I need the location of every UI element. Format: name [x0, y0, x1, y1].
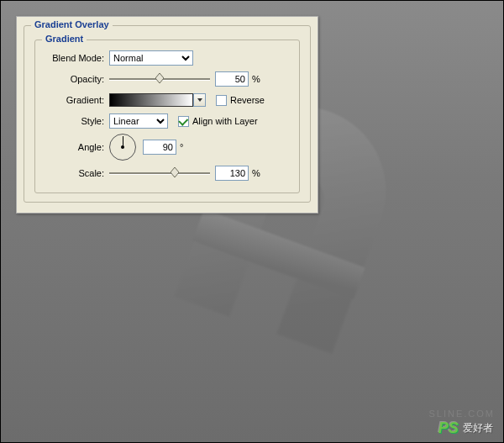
outer-groupbox: Gradient Overlay Gradient Blend Mode: No… [24, 25, 311, 203]
angle-unit: ° [180, 142, 183, 152]
gradient-swatch[interactable] [109, 93, 193, 107]
style-label: Style: [44, 116, 109, 126]
group-title: Gradient [42, 34, 87, 44]
gradient-overlay-panel: Gradient Overlay Gradient Blend Mode: No… [16, 16, 318, 214]
gradient-dropdown-button[interactable] [193, 93, 206, 107]
watermark-prefix: PS [438, 419, 459, 437]
scale-value[interactable] [215, 166, 249, 181]
opacity-slider[interactable] [109, 73, 210, 85]
opacity-value[interactable] [215, 71, 249, 87]
opacity-label: Opacity: [44, 74, 109, 84]
scale-row: Scale: % [44, 165, 291, 182]
panel-title: Gradient Overlay [31, 19, 113, 29]
reverse-label[interactable]: Reverse [230, 95, 265, 105]
slider-handle[interactable] [155, 73, 164, 83]
align-checkbox[interactable] [178, 116, 189, 127]
watermark-text: 爱好者 [460, 422, 493, 434]
style-row: Style: Linear Align with Layer [44, 113, 291, 129]
angle-row: Angle: ° [44, 134, 291, 161]
opacity-unit: % [252, 74, 260, 84]
angle-value[interactable] [143, 140, 176, 155]
style-select[interactable]: Linear [109, 113, 168, 129]
slider-track [109, 172, 210, 175]
align-label[interactable]: Align with Layer [192, 116, 258, 126]
blend-mode-select[interactable]: Normal [109, 50, 193, 66]
inner-groupbox: Gradient Blend Mode: Normal Opacity: % [34, 40, 300, 193]
gradient-label: Gradient: [44, 95, 109, 105]
slider-handle[interactable] [171, 167, 179, 177]
watermark: PS 爱好者 [438, 419, 493, 437]
gradient-row: Gradient: Reverse [44, 92, 291, 108]
reverse-checkbox[interactable] [216, 95, 227, 106]
opacity-row: Opacity: % [44, 71, 291, 87]
svg-marker-2 [171, 167, 179, 177]
svg-marker-1 [155, 73, 164, 83]
scale-slider[interactable] [109, 167, 210, 179]
angle-label: Angle: [44, 142, 109, 152]
angle-needle [123, 136, 123, 147]
angle-dial[interactable] [109, 134, 136, 161]
scale-unit: % [252, 168, 260, 178]
faint-url-text: SLINE.COM [428, 409, 495, 419]
chevron-down-icon [197, 98, 202, 102]
scale-label: Scale: [44, 168, 109, 178]
blend-mode-label: Blend Mode: [44, 53, 109, 63]
blend-mode-row: Blend Mode: Normal [44, 50, 291, 66]
